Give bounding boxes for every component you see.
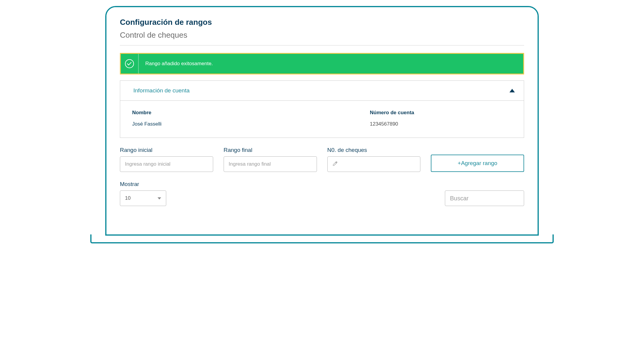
account-number-value: 1234567890 [370,121,512,127]
range-start-input[interactable] [120,156,213,172]
range-start-label: Rango inicial [120,147,213,153]
page-subtitle: Control de cheques [120,30,524,40]
page-title: Configuración de rangos [120,18,524,27]
search-input[interactable] [445,190,524,206]
search-group [445,190,524,206]
account-name-column: Nombre José Fasselli [132,110,274,127]
range-end-group: Rango final [224,147,317,172]
content-area: Configuración de rangos Control de chequ… [106,7,538,234]
account-name-value: José Fasselli [132,121,274,127]
account-name-label: Nombre [132,110,274,116]
checks-count-display [327,156,421,172]
edit-icon [332,161,338,168]
range-start-group: Rango inicial [120,147,213,172]
checkmark-circle-icon [125,59,134,68]
success-alert: Rango añadido exitosamente. [120,53,524,74]
filter-row: Mostrar 10 [120,181,524,206]
add-range-button[interactable]: +Agregar rango [431,155,524,172]
chevron-up-icon [509,89,515,92]
checkmark-icon [127,61,132,65]
range-end-label: Rango final [224,147,317,153]
account-info-title: Información de cuenta [129,87,190,94]
chevron-down-icon [158,197,161,199]
laptop-frame: Configuración de rangos Control de chequ… [105,6,539,236]
range-end-input[interactable] [224,156,317,172]
range-form-row: Rango inicial Rango final N0. de cheques… [120,147,524,172]
alert-message: Rango añadido exitosamente. [139,54,213,74]
checks-count-group: N0. de cheques [327,147,421,172]
show-label: Mostrar [120,181,166,187]
account-number-column: Número de cuenta 1234567890 [274,110,512,127]
show-select[interactable]: 10 [120,190,166,206]
account-info-toggle[interactable]: Información de cuenta [120,81,524,101]
laptop-base [90,234,554,243]
header-divider [120,45,524,45]
show-group: Mostrar 10 [120,181,166,206]
checks-count-label: N0. de cheques [327,147,421,153]
show-select-value: 10 [125,195,131,201]
add-button-group: +Agregar rango [431,155,524,172]
account-info-panel: Información de cuenta Nombre José Fassel… [120,80,524,138]
account-info-body: Nombre José Fasselli Número de cuenta 12… [120,101,524,138]
alert-icon-box [121,54,139,74]
account-number-label: Número de cuenta [370,110,512,116]
